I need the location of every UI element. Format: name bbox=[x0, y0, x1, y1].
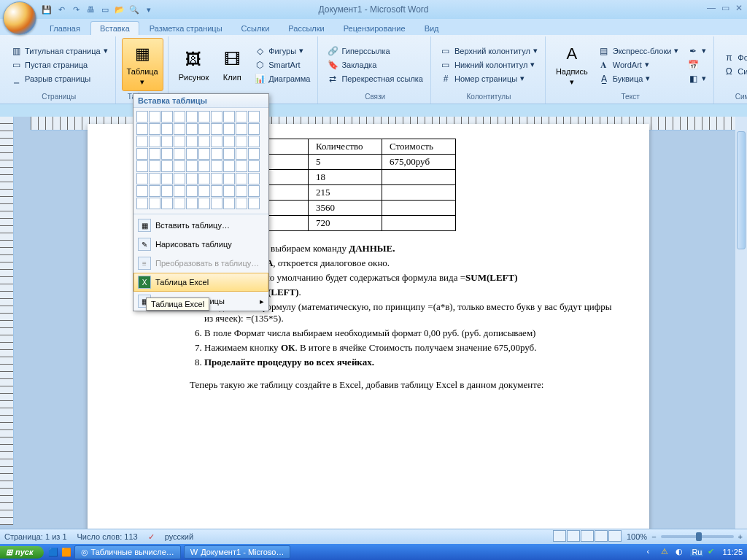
zoom-in-icon[interactable]: + bbox=[738, 532, 743, 541]
quickparts-button[interactable]: ▤Экспресс-блоки ▾ bbox=[595, 44, 682, 58]
window-title: Документ1 - Microsoft Word bbox=[0, 4, 747, 15]
chrome-icon: ◎ bbox=[81, 548, 88, 557]
group-headerfooter-label: Колонтитулы bbox=[437, 91, 541, 102]
shapes-icon: ◇ bbox=[254, 45, 266, 57]
footer-button[interactable]: ▭Нижний колонтитул ▾ bbox=[437, 58, 541, 71]
table-button[interactable]: ▦Таблица▾ bbox=[122, 38, 163, 91]
spellcheck-icon[interactable]: ✓ bbox=[148, 532, 155, 542]
hyperlink-button[interactable]: 🔗Гиперссылка bbox=[324, 44, 426, 58]
list-item: Проделайте процедуру во всех ячейках. bbox=[204, 357, 620, 369]
ribbon-tabs: Главная Вставка Разметка страницы Ссылки… bbox=[0, 19, 747, 35]
lang-indicator[interactable]: Ru bbox=[690, 548, 703, 556]
office-button[interactable] bbox=[3, 1, 36, 35]
tray-icon[interactable]: ◐ bbox=[676, 547, 686, 557]
windows-icon: ⊞ bbox=[6, 548, 12, 557]
tab-insert[interactable]: Вставка bbox=[90, 21, 139, 35]
tray-icon[interactable]: ⚠ bbox=[661, 547, 671, 557]
dropdown-header: Вставка таблицы bbox=[133, 94, 268, 108]
tray-app-icon[interactable]: 🟧 bbox=[61, 548, 71, 557]
date-button[interactable]: 📅 bbox=[684, 58, 709, 71]
textbox-button[interactable]: AНадпись▾ bbox=[551, 38, 592, 91]
smartart-icon: ⬡ bbox=[254, 59, 266, 71]
tab-layout[interactable]: Разметка страницы bbox=[141, 22, 231, 35]
dropcap-button[interactable]: A̲Буквица ▾ bbox=[595, 72, 682, 85]
tab-home[interactable]: Главная bbox=[41, 22, 89, 35]
taskbar: ⊞пуск 🟦 🟧 ◎Табличные вычисле… WДокумент1… bbox=[0, 544, 747, 560]
date-icon: 📅 bbox=[687, 59, 699, 71]
smartart-button[interactable]: ⬡SmartArt bbox=[251, 58, 313, 71]
tooltip: Таблица Excel bbox=[146, 298, 209, 311]
tray-app-icon[interactable]: 🟦 bbox=[48, 548, 58, 557]
break-icon: ⎯ bbox=[10, 73, 22, 85]
page-icon: ▥ bbox=[10, 45, 22, 57]
submenu-arrow-icon: ▸ bbox=[260, 297, 264, 306]
equation-button[interactable]: πФормула ▾ bbox=[720, 51, 747, 64]
footer-icon: ▭ bbox=[440, 59, 452, 71]
table-grid-picker[interactable] bbox=[133, 108, 268, 212]
crossref-icon: ⇄ bbox=[327, 73, 338, 85]
page-break-button[interactable]: ⎯Разрыв страницы bbox=[7, 72, 111, 85]
equation-icon: π bbox=[723, 52, 735, 63]
blank-page-button[interactable]: ▭Пустая страница bbox=[7, 58, 111, 71]
view-buttons[interactable] bbox=[553, 530, 622, 543]
zoom-slider[interactable] bbox=[661, 535, 734, 538]
minimize-icon[interactable]: — bbox=[707, 3, 716, 13]
symbol-icon: Ω bbox=[723, 66, 735, 77]
shapes-button[interactable]: ◇Фигуры ▾ bbox=[251, 44, 313, 58]
tab-mailings[interactable]: Рассылки bbox=[279, 22, 333, 35]
link-icon: 🔗 bbox=[327, 45, 338, 57]
pagenum-icon: # bbox=[440, 73, 452, 85]
maximize-icon[interactable]: ▭ bbox=[721, 3, 729, 13]
object-icon: ◧ bbox=[687, 73, 699, 85]
crossref-button[interactable]: ⇄Перекрестная ссылка bbox=[324, 72, 426, 85]
excel-table-item[interactable]: XТаблица Excel bbox=[133, 273, 268, 292]
tab-references[interactable]: Ссылки bbox=[233, 22, 279, 35]
zoom-level[interactable]: 100% bbox=[627, 532, 647, 541]
convert-icon: ≡ bbox=[138, 257, 151, 270]
wordart-button[interactable]: 𝐀WordArt ▾ bbox=[595, 58, 682, 71]
blank-icon: ▭ bbox=[10, 59, 22, 71]
picture-button[interactable]: 🖼Рисунок bbox=[174, 38, 214, 91]
vertical-scrollbar[interactable] bbox=[735, 117, 747, 529]
symbol-button[interactable]: ΩСимвол ▾ bbox=[720, 65, 747, 78]
tab-view[interactable]: Вид bbox=[416, 22, 448, 35]
parts-icon: ▤ bbox=[598, 45, 610, 57]
sig-button[interactable]: ✒▾ bbox=[684, 44, 709, 58]
start-button[interactable]: ⊞пуск bbox=[0, 546, 44, 559]
textbox-icon: A bbox=[560, 42, 584, 66]
object-button[interactable]: ◧▾ bbox=[684, 72, 709, 85]
table-icon: ▦ bbox=[131, 42, 154, 66]
insert-table-item[interactable]: ▦Вставить таблицу… bbox=[133, 216, 268, 235]
grid-icon: ▦ bbox=[138, 219, 151, 232]
picture-icon: 🖼 bbox=[182, 48, 205, 71]
status-words[interactable]: Число слов: 113 bbox=[77, 532, 138, 541]
close-icon[interactable]: ✕ bbox=[735, 3, 743, 13]
clock[interactable]: 11:25 bbox=[722, 548, 743, 556]
status-lang[interactable]: русский bbox=[165, 532, 193, 541]
chart-button[interactable]: 📊Диаграмма bbox=[251, 72, 313, 85]
tray-icon[interactable]: ✔ bbox=[708, 547, 718, 557]
word-icon: W bbox=[190, 548, 198, 556]
header-button[interactable]: ▭Верхний колонтитул ▾ bbox=[437, 44, 541, 58]
convert-table-item: ≡Преобразовать в таблицу… bbox=[133, 254, 268, 273]
draw-table-item[interactable]: ✎Нарисовать таблицу bbox=[133, 235, 268, 254]
header-icon: ▭ bbox=[440, 45, 452, 57]
list-item: Нажимаем кнопку ОК. В итоге в ячейке Сто… bbox=[204, 342, 620, 354]
vertical-ruler[interactable] bbox=[0, 117, 14, 525]
ribbon: ▥Титульная страница ▾ ▭Пустая страница ⎯… bbox=[0, 35, 747, 104]
group-symbols-label: Символы bbox=[720, 91, 747, 102]
tray-icon[interactable]: ‹ bbox=[646, 547, 657, 557]
cover-page-button[interactable]: ▥Титульная страница ▾ bbox=[7, 44, 111, 58]
status-page[interactable]: Страница: 1 из 1 bbox=[4, 532, 67, 541]
document-area: ЦенаКоличествоСтоимость 355675,00руб 518… bbox=[0, 117, 747, 529]
taskbar-item[interactable]: ◎Табличные вычисле… bbox=[74, 545, 181, 559]
status-bar: Страница: 1 из 1 Число слов: 113 ✓ русск… bbox=[0, 529, 747, 544]
taskbar-item[interactable]: WДокумент1 - Microso… bbox=[184, 545, 291, 559]
bookmark-button[interactable]: 🔖Закладка bbox=[324, 58, 426, 71]
excel-icon: X bbox=[138, 276, 151, 289]
pagenum-button[interactable]: #Номер страницы ▾ bbox=[437, 72, 541, 85]
pencil-icon: ✎ bbox=[138, 238, 151, 251]
zoom-out-icon[interactable]: − bbox=[651, 532, 656, 541]
clipart-button[interactable]: 🎞Клип bbox=[216, 38, 248, 91]
tab-review[interactable]: Рецензирование bbox=[335, 22, 414, 35]
